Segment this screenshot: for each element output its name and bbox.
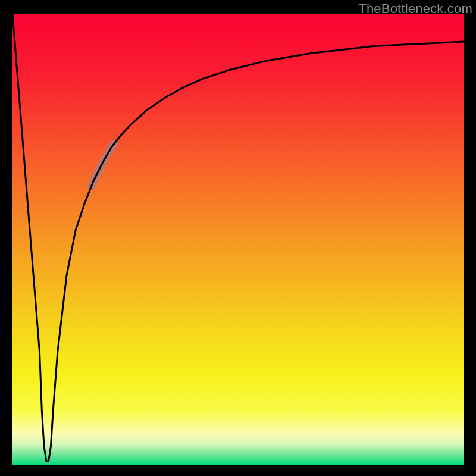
plot-area <box>12 14 464 465</box>
chart-frame: TheBottleneck.com <box>0 0 476 476</box>
gradient-background <box>12 14 464 465</box>
plot-svg <box>12 14 464 465</box>
